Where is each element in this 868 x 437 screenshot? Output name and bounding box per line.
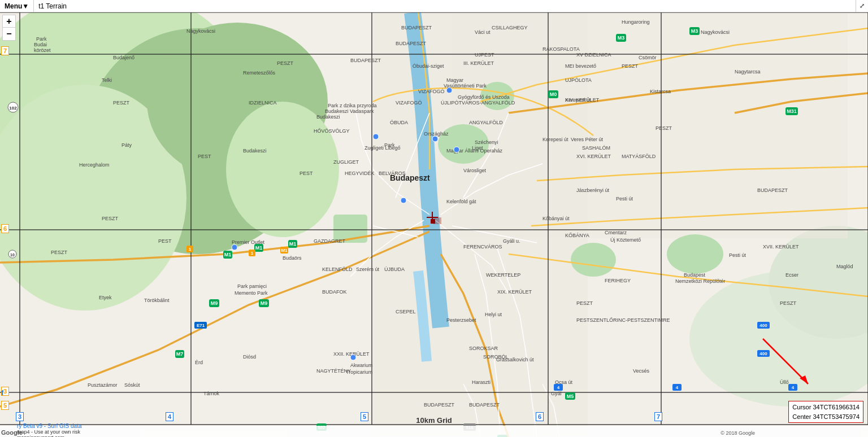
svg-text:Jászberényi út: Jászberényi út — [576, 187, 610, 193]
svg-text:Budakeszi: Budakeszi — [316, 114, 340, 120]
svg-text:Tárnok: Tárnok — [203, 391, 220, 396]
grid-label-row-6: 6 — [1, 224, 9, 233]
zoom-out-button[interactable]: − — [3, 28, 15, 40]
svg-text:Remeteszőlős: Remeteszőlős — [243, 70, 276, 76]
svg-text:Diósd: Diósd — [243, 354, 256, 360]
svg-text:Budajenő: Budajenő — [113, 55, 134, 60]
svg-text:Nagykovácsi: Nagykovácsi — [186, 28, 215, 34]
svg-text:CSILLAGHEGY: CSILLAGHEGY — [492, 25, 528, 30]
toolbar: Menu ▼ t1 Terrain ⤢ — [0, 0, 868, 12]
svg-text:M1: M1 — [281, 248, 288, 253]
svg-text:PEST: PEST — [300, 171, 313, 176]
grid-label-row-5: 5 — [1, 401, 9, 410]
svg-point-180 — [373, 134, 379, 139]
google-logo: Google — [1, 429, 23, 436]
svg-text:XIX. KERÜLET: XIX. KERÜLET — [497, 289, 532, 295]
svg-text:Etyek: Etyek — [99, 295, 112, 300]
svg-text:UJPEST: UJPEST — [475, 52, 494, 58]
svg-text:Széchenyi: Széchenyi — [475, 139, 498, 145]
terrain-label: t1 Terrain — [34, 2, 71, 10]
menu-button[interactable]: Menu ▼ — [0, 0, 34, 12]
svg-text:PESZT: PESZT — [656, 125, 672, 131]
svg-text:WEKERTELEP: WEKERTELEP — [486, 272, 520, 278]
svg-text:Zugligeti Libegő: Zugligeti Libegő — [364, 145, 401, 151]
svg-text:M3: M3 — [691, 28, 698, 34]
svg-text:Sóskút: Sóskút — [124, 382, 140, 388]
svg-text:PESZT: PESZT — [102, 216, 119, 221]
cursor-label: Cursor — [792, 404, 811, 410]
svg-text:Haraszti: Haraszti — [472, 379, 491, 385]
svg-text:10: 10 — [10, 253, 15, 257]
svg-point-183 — [350, 355, 356, 360]
svg-text:SASHALÓM: SASHALÓM — [582, 145, 610, 151]
svg-text:BUDAPESZT: BUDAPESZT — [350, 58, 381, 63]
zoom-in-button[interactable]: + — [3, 15, 15, 28]
svg-text:ANGYALFÖLD: ANGYALFÖLD — [469, 120, 503, 125]
svg-point-13 — [571, 243, 616, 277]
svg-text:Grassalkovich út: Grassalkovich út — [496, 357, 534, 362]
grid-label-col-6: 6 — [536, 412, 544, 421]
svg-rect-9 — [452, 12, 848, 238]
svg-text:Országház: Országház — [424, 131, 449, 137]
svg-text:Budapest: Budapest — [684, 272, 706, 278]
svg-text:MEI bevezető: MEI bevezető — [565, 63, 596, 69]
svg-text:PEST: PEST — [158, 238, 172, 244]
svg-text:M9: M9 — [261, 300, 268, 306]
svg-text:Cmentarz: Cmentarz — [605, 230, 627, 235]
svg-text:M3: M3 — [618, 35, 625, 41]
menu-arrow: ▼ — [22, 2, 29, 10]
svg-text:Törökbálint: Törökbálint — [144, 298, 170, 303]
cursor-coord-row: Cursor 34TCT61966314 — [792, 403, 860, 412]
app-name[interactable]: ry Beta v9 - Surf GIS data — [17, 423, 82, 429]
svg-text:Gyál: Gyál — [551, 391, 562, 396]
svg-text:4: 4 — [792, 385, 795, 390]
svg-text:BUDAPESZT: BUDAPESZT — [401, 25, 432, 30]
svg-text:ÚJBUDA: ÚJBUDA — [384, 266, 405, 272]
svg-text:1: 1 — [189, 247, 192, 252]
svg-text:4: 4 — [557, 385, 560, 390]
svg-text:Kőbányai út: Kőbányai út — [542, 216, 570, 221]
svg-text:Maglód: Maglód — [836, 264, 853, 269]
svg-text:XVII. KERÜLET: XVII. KERÜLET — [763, 244, 799, 250]
svg-text:Pesti út: Pesti út — [729, 252, 747, 258]
svg-text:SOROKSAR: SOROKSAR — [469, 346, 498, 351]
svg-text:VIZAFOGÓ: VIZAFOGÓ — [418, 89, 445, 94]
svg-text:102: 102 — [9, 106, 17, 111]
svg-rect-187 — [431, 219, 435, 224]
svg-text:BELVÁROS: BELVÁROS — [379, 171, 406, 176]
map-svg: .road-major { stroke: #f9c74f; stroke-wi… — [0, 0, 868, 437]
grid-label-col-5: 5 — [361, 412, 368, 421]
svg-text:ÚJLIPÓTVÁROS-ANGYALFÖLD: ÚJLIPÓTVÁROS-ANGYALFÖLD — [441, 100, 515, 106]
svg-text:XV DZIELNICA: XV DZIELNICA — [576, 52, 611, 58]
grid-label-row-7: 7 — [1, 46, 9, 55]
svg-text:Nagykovácsi: Nagykovácsi — [701, 29, 730, 35]
bottom-bar: Google ry Beta v9 - Surf GIS data map4 -… — [0, 426, 868, 437]
copyright-text: © 2018 Google — [721, 430, 755, 436]
map-container: .road-major { stroke: #f9c74f; stroke-wi… — [0, 0, 868, 437]
svg-text:CSEPEL: CSEPEL — [396, 309, 416, 314]
svg-text:FERIHEGY: FERIHEGY — [605, 278, 631, 283]
svg-text:M31: M31 — [787, 108, 797, 114]
svg-text:Vecsés: Vecsés — [633, 368, 650, 374]
svg-text:Park: Park — [36, 36, 47, 42]
zoom-controls: + − — [2, 15, 16, 41]
svg-text:1: 1 — [251, 251, 254, 256]
svg-point-181 — [401, 198, 406, 203]
svg-text:Váci ut: Váci ut — [475, 29, 491, 35]
svg-text:BUDAPESZT: BUDAPESZT — [757, 187, 788, 193]
svg-text:HEGYVIDÉK: HEGYVIDÉK — [345, 171, 375, 176]
svg-text:UJPÓLOTA: UJPÓLOTA — [565, 77, 592, 83]
svg-text:BUDAPESZT: BUDAPESZT — [424, 402, 455, 408]
svg-text:PESZT: PESZT — [780, 300, 797, 306]
svg-text:Pusztazámor: Pusztazámor — [88, 382, 118, 388]
svg-text:BUDAPESZT: BUDAPESZT — [396, 41, 427, 46]
svg-text:Telki: Telki — [102, 77, 112, 83]
grid-label-col-7: 7 — [654, 412, 662, 421]
grid-label-col-4: 4 — [166, 412, 173, 421]
facebook-icon[interactable]: f — [1, 388, 3, 397]
svg-text:GAZDAGRET: GAZDAGRET — [314, 238, 346, 244]
svg-text:Kerepesi út: Kerepesi út — [542, 137, 568, 142]
svg-text:FERENCVÁROS: FERENCVÁROS — [463, 244, 502, 250]
expand-button[interactable]: ⤢ — [856, 0, 868, 12]
map-support: mappingsupport.com — [17, 435, 82, 438]
